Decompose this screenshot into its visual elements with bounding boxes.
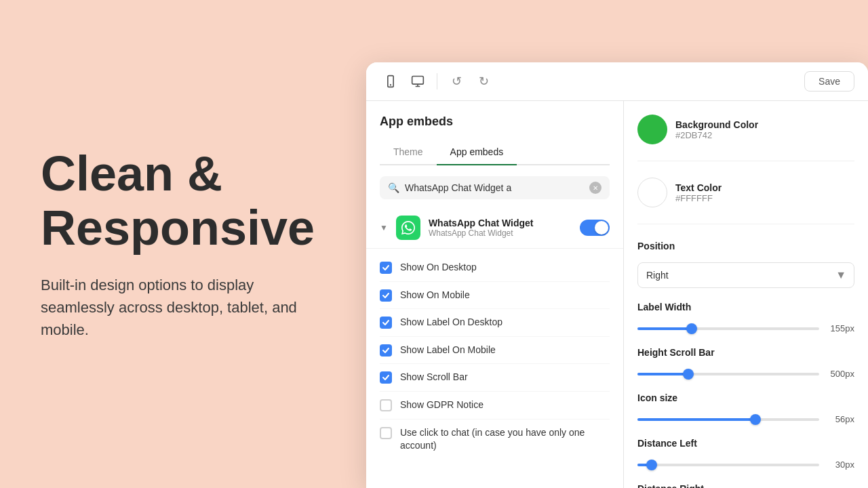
distance-left-track[interactable]: [637, 464, 819, 466]
background-color-label: Background Color: [675, 119, 758, 130]
height-scroll-value: 500px: [827, 369, 854, 379]
label-width-thumb: [686, 323, 697, 334]
position-label: Position: [637, 241, 854, 251]
search-icon: 🔍: [388, 182, 399, 193]
distance-left-setting: Distance Left 30px: [637, 438, 854, 470]
height-scroll-thumb: [683, 369, 694, 380]
distance-right-label: Distance Right: [637, 483, 854, 488]
checkbox-5[interactable]: [380, 399, 392, 411]
redo-button[interactable]: ↻: [473, 70, 494, 92]
background-color-item: Background Color #2DB742: [637, 115, 854, 144]
checkbox-item: Use click to chat (in case you have only…: [380, 420, 610, 460]
text-color-item: Text Color #FFFFFF: [637, 178, 854, 207]
text-color-info: Text Color #FFFFFF: [675, 182, 722, 203]
search-input[interactable]: [405, 182, 584, 193]
distance-left-value: 30px: [827, 460, 854, 470]
tabs: Theme App embeds: [380, 140, 610, 165]
editor-window: ↺ ↻ Save App embeds Theme App embeds 🔍: [366, 62, 868, 488]
desktop-icon[interactable]: [407, 70, 429, 92]
label-width-track[interactable]: [637, 327, 819, 330]
label-width-setting: Label Width 155px: [637, 302, 854, 333]
height-scroll-row: 500px: [637, 369, 854, 379]
checkbox-item: Show On Desktop: [380, 254, 610, 282]
checkbox-label-2: Show Label On Desktop: [400, 316, 502, 329]
whatsapp-icon: [396, 216, 420, 240]
checkbox-label-1: Show On Mobile: [400, 289, 470, 302]
icon-size-label: Icon size: [637, 392, 854, 403]
height-scroll-track[interactable]: [637, 373, 819, 375]
tab-theme[interactable]: Theme: [380, 140, 437, 165]
search-box: 🔍 ✕: [380, 176, 610, 199]
embeds-title: App embeds: [380, 115, 610, 129]
checkbox-1[interactable]: [380, 289, 392, 302]
right-panel: ↺ ↻ Save App embeds Theme App embeds 🔍: [366, 0, 868, 488]
undo-button[interactable]: ↺: [446, 70, 467, 92]
checkbox-label-3: Show Label On Mobile: [400, 344, 496, 357]
checkbox-4[interactable]: [380, 371, 392, 384]
checkbox-label-5: Show GDPR Notice: [400, 399, 484, 412]
distance-left-row: 30px: [637, 460, 854, 470]
distance-left-label: Distance Left: [637, 438, 854, 449]
checkbox-item: Show Label On Desktop: [380, 309, 610, 337]
checkbox-label-0: Show On Desktop: [400, 261, 477, 274]
icon-size-value: 56px: [827, 414, 854, 424]
icon-size-row: 56px: [637, 414, 854, 424]
hero-subtitle: Built-in design options to display seaml…: [41, 274, 326, 341]
embeds-panel: App embeds Theme App embeds 🔍 ✕ ▼: [366, 101, 624, 488]
toggle-switch[interactable]: [580, 220, 610, 236]
checkbox-item: Show GDPR Notice: [380, 392, 610, 420]
label-width-row: 155px: [637, 323, 854, 333]
checkbox-6[interactable]: [380, 427, 392, 439]
settings-panel: Background Color #2DB742 Text Color #FFF…: [624, 101, 868, 488]
divider-1: [637, 161, 854, 161]
divider-2: [637, 224, 854, 224]
label-width-label: Label Width: [637, 302, 854, 312]
background-color-info: Background Color #2DB742: [675, 119, 758, 140]
checkbox-2[interactable]: [380, 317, 392, 329]
checkbox-label-6: Use click to chat (in case you have only…: [400, 426, 610, 453]
content-area: App embeds Theme App embeds 🔍 ✕ ▼: [366, 101, 868, 488]
text-color-value: #FFFFFF: [675, 193, 722, 203]
checkbox-list: Show On DesktopShow On MobileShow Label …: [366, 249, 623, 465]
toolbar: ↺ ↻ Save: [366, 62, 868, 101]
position-select-wrapper: Right Left ▼: [637, 262, 854, 288]
search-clear-button[interactable]: ✕: [589, 182, 601, 194]
position-setting: Position Right Left ▼: [637, 241, 854, 288]
widget-item: ▼ WhatsApp Chat Widget WhatsApp Chat Wid…: [366, 207, 623, 249]
hero-title: Clean & Responsive: [41, 147, 326, 254]
widget-subtitle: WhatsApp Chat Widget: [429, 228, 572, 238]
icon-size-thumb: [750, 414, 761, 425]
position-select[interactable]: Right Left: [637, 262, 854, 288]
save-button[interactable]: Save: [804, 71, 854, 92]
height-scroll-setting: Height Scroll Bar 500px: [637, 347, 854, 379]
text-color-label: Text Color: [675, 182, 722, 193]
widget-info: WhatsApp Chat Widget WhatsApp Chat Widge…: [429, 218, 572, 238]
text-color-swatch[interactable]: [637, 178, 667, 207]
background-color-swatch[interactable]: [637, 115, 667, 144]
widget-name: WhatsApp Chat Widget: [429, 218, 572, 228]
label-width-value: 155px: [827, 323, 854, 333]
toggle-thumb: [595, 221, 608, 235]
height-scroll-fill: [637, 373, 688, 375]
mobile-icon[interactable]: [380, 70, 401, 92]
label-width-fill: [637, 327, 692, 330]
embeds-header: App embeds: [366, 101, 623, 140]
distance-left-fill: [637, 464, 652, 466]
icon-size-fill: [637, 418, 755, 421]
svg-rect-2: [412, 77, 424, 85]
checkbox-3[interactable]: [380, 344, 392, 357]
toolbar-divider: [437, 73, 437, 89]
checkbox-item: Show On Mobile: [380, 282, 610, 310]
height-scroll-label: Height Scroll Bar: [637, 347, 854, 358]
icon-size-setting: Icon size 56px: [637, 392, 854, 424]
tab-app-embeds[interactable]: App embeds: [437, 140, 517, 165]
checkbox-0[interactable]: [380, 262, 392, 274]
icon-size-track[interactable]: [637, 418, 819, 421]
left-panel: Clean & Responsive Built-in design optio…: [0, 0, 366, 488]
distance-right-setting: Distance Right 30px: [637, 483, 854, 488]
checkbox-item: Show Label On Mobile: [380, 337, 610, 365]
background-color-value: #2DB742: [675, 130, 758, 140]
distance-left-thumb: [646, 460, 657, 470]
toolbar-icons: ↺ ↻: [380, 70, 494, 92]
chevron-down-icon[interactable]: ▼: [380, 223, 388, 232]
